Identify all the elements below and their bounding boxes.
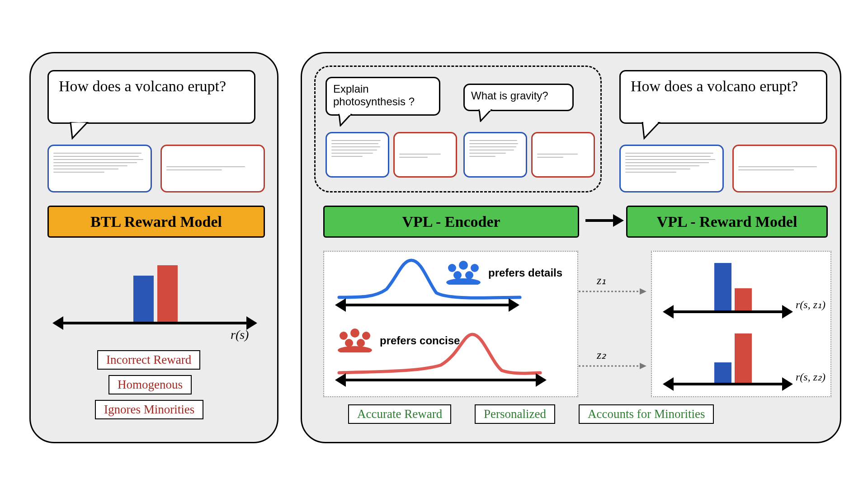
left-bar-chart xyxy=(54,246,255,323)
latent-curve-red xyxy=(335,330,542,380)
svg-marker-2 xyxy=(339,114,351,126)
ctx2-resp-red xyxy=(531,132,595,178)
svg-point-15 xyxy=(446,278,481,285)
left-response-blue xyxy=(47,145,152,192)
ctx1-resp-blue xyxy=(326,132,389,178)
z1-axis xyxy=(665,310,791,313)
z1-bar-chart xyxy=(665,258,791,312)
svg-marker-0 xyxy=(71,122,88,138)
btl-model-label: BTL Reward Model xyxy=(90,213,222,230)
ctx2-resp-blue xyxy=(463,132,527,178)
vpl-encoder-box: VPL - Encoder xyxy=(323,206,579,238)
z2-arrow-icon xyxy=(579,361,646,371)
ctx1-resp-red xyxy=(393,132,457,178)
right-response-blue xyxy=(619,145,724,192)
svg-marker-25 xyxy=(640,363,646,369)
svg-point-14 xyxy=(465,271,473,279)
left-question-bubble: How does a volcano erupt? xyxy=(47,70,255,124)
z1-bar-blue xyxy=(714,263,731,312)
encoder-to-reward-arrow-icon xyxy=(583,211,624,230)
z1-arrow-icon xyxy=(579,287,646,296)
r-z1-label: r(s, z₁) xyxy=(796,298,826,311)
svg-rect-7 xyxy=(643,122,658,123)
left-axis xyxy=(54,322,255,324)
z1-label: z₁ xyxy=(597,273,606,287)
context-q1-bubble: Explain photosynthesis ? xyxy=(326,77,440,116)
btl-reward-model-box: BTL Reward Model xyxy=(47,206,265,238)
left-tag-1: Incorrect Reward xyxy=(97,350,200,370)
left-response-red xyxy=(160,145,265,192)
context-q2-text: What is gravity? xyxy=(471,89,548,102)
left-bubble-tail xyxy=(68,122,90,140)
left-question-text: How does a volcano erupt? xyxy=(59,78,226,94)
svg-rect-3 xyxy=(340,114,350,115)
z2-bar-blue xyxy=(714,362,731,384)
z2-bar-chart xyxy=(665,330,791,384)
right-response-red xyxy=(732,145,837,192)
left-tag-3: Ignores Minorities xyxy=(95,400,203,419)
context-q1-tail xyxy=(337,114,353,127)
left-tag-2: Homogenous xyxy=(108,375,192,394)
right-question-text: How does a volcano erupt? xyxy=(631,78,798,94)
z2-label: z₂ xyxy=(597,348,606,362)
left-bar-red xyxy=(157,265,178,323)
svg-rect-5 xyxy=(480,109,491,111)
svg-marker-23 xyxy=(640,288,646,295)
latent-curve-blue xyxy=(335,258,524,303)
z2-bar-red xyxy=(735,333,752,384)
svg-marker-4 xyxy=(479,109,491,121)
context-q1-text: Explain photosynthesis ? xyxy=(333,83,415,108)
svg-marker-9 xyxy=(613,214,624,227)
context-q2-tail xyxy=(477,109,493,122)
right-question-bubble: How does a volcano erupt? xyxy=(619,70,827,124)
right-tag-1: Accurate Reward xyxy=(348,404,451,424)
left-axis-label: r(s) xyxy=(231,328,249,342)
crowd-blue-icon xyxy=(443,260,484,285)
vpl-reward-label: VPL - Reward Model xyxy=(657,213,797,230)
latent-axis-1 xyxy=(337,304,518,306)
prefers-details-label: prefers details xyxy=(488,267,562,279)
right-bubble-tail xyxy=(640,122,662,140)
latent-axis-2 xyxy=(337,379,545,381)
vpl-encoder-label: VPL - Encoder xyxy=(402,213,500,230)
svg-point-12 xyxy=(471,264,479,272)
vpl-reward-box: VPL - Reward Model xyxy=(626,206,828,238)
svg-point-11 xyxy=(459,261,468,270)
svg-marker-6 xyxy=(642,122,660,138)
right-tag-2: Personalized xyxy=(475,404,555,424)
context-q2-bubble: What is gravity? xyxy=(463,84,574,111)
right-tag-3: Accounts for Minorities xyxy=(579,404,714,424)
svg-point-13 xyxy=(453,271,462,279)
r-z2-label: r(s, z₂) xyxy=(796,371,826,383)
z1-bar-red xyxy=(735,288,752,312)
svg-point-10 xyxy=(448,264,456,272)
z2-axis xyxy=(665,383,791,385)
left-bar-blue xyxy=(133,276,154,323)
